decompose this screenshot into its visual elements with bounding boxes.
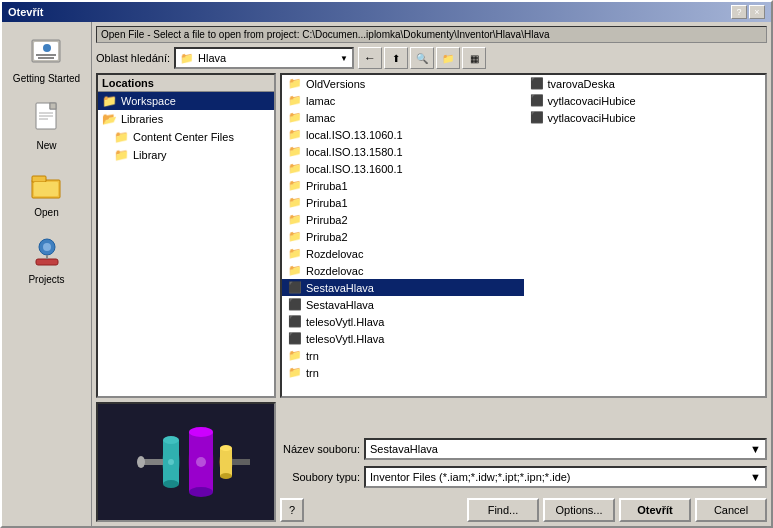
- tree-item-workspace[interactable]: 📁 Workspace: [98, 92, 274, 110]
- up-folder-button[interactable]: ⬆: [384, 47, 408, 69]
- window-title: Otevřít: [8, 6, 43, 18]
- libraries-label: Libraries: [121, 113, 163, 125]
- tree-item-libraries[interactable]: 📂 Libraries: [98, 110, 274, 128]
- close-title-button[interactable]: ×: [749, 5, 765, 19]
- svg-point-15: [43, 243, 51, 251]
- sidebar-item-open[interactable]: Open: [7, 160, 87, 223]
- svg-rect-7: [50, 103, 56, 109]
- projects-label: Projects: [28, 274, 64, 285]
- libraries-folder-icon: 📂: [102, 112, 117, 126]
- help-button[interactable]: ?: [280, 498, 304, 522]
- list-item[interactable]: 📁 trn: [282, 347, 524, 364]
- list-item[interactable]: ⬛ tvarovaDeska: [524, 75, 766, 92]
- list-item[interactable]: 📁 Priruba2: [282, 228, 524, 245]
- filetype-dropdown-arrow: ▼: [750, 471, 761, 483]
- filename-dropdown-arrow: ▼: [750, 443, 761, 455]
- file-name: telesoVytl.Hlava: [306, 333, 384, 345]
- svg-point-22: [189, 487, 213, 497]
- dropdown-arrow-icon: ▼: [340, 54, 348, 63]
- list-item-empty: [524, 330, 766, 347]
- file-name: SestavaHlava: [306, 299, 374, 311]
- title-bar: Otevřít ? ×: [2, 2, 771, 22]
- new-label: New: [36, 140, 56, 151]
- folder-icon: 📁: [288, 179, 302, 192]
- list-item[interactable]: 📁 Rozdelovac: [282, 262, 524, 279]
- list-item[interactable]: 📁 lamac: [282, 92, 524, 109]
- filetype-row: Soubory typu: Inventor Files (*.iam;*.id…: [280, 466, 767, 488]
- list-item[interactable]: 📁 lamac: [282, 109, 524, 126]
- list-item[interactable]: 📁 OldVersions: [282, 75, 524, 92]
- list-item-sestava-selected[interactable]: ⬛ SestavaHlava: [282, 279, 524, 296]
- list-item[interactable]: 📁 local.ISO.13.1060.1: [282, 126, 524, 143]
- list-item[interactable]: 📁 Priruba1: [282, 177, 524, 194]
- list-item[interactable]: 📁 Priruba2: [282, 211, 524, 228]
- svg-point-30: [220, 473, 232, 479]
- sidebar-item-new[interactable]: New: [7, 93, 87, 156]
- svg-point-29: [220, 445, 232, 451]
- new-folder-button[interactable]: 📁: [436, 47, 460, 69]
- list-item[interactable]: 📁 trn: [282, 364, 524, 381]
- list-item-empty: [524, 262, 766, 279]
- workspace-folder-icon: 📁: [102, 94, 117, 108]
- iam-icon-selected: ⬛: [288, 281, 302, 294]
- view-button[interactable]: ▦: [462, 47, 486, 69]
- toolbar-row: Oblast hledání: 📁 Hlava ▼ ← ⬆ 🔍: [96, 47, 767, 69]
- list-item[interactable]: ⬛ vytlacovaciHubice: [524, 109, 766, 126]
- ipt-icon: ⬛: [530, 94, 544, 107]
- svg-point-32: [137, 456, 145, 468]
- svg-rect-28: [220, 448, 232, 476]
- find-button[interactable]: Find...: [467, 498, 539, 522]
- list-item[interactable]: 📁 Priruba1: [282, 194, 524, 211]
- folder-icon: 📁: [288, 94, 302, 107]
- file-list-area: 📁 OldVersions ⬛ tvarovaDeska 📁 lamac: [280, 73, 767, 398]
- options-button[interactable]: Options...: [543, 498, 615, 522]
- main-panel: Open File - Select a file to open from p…: [92, 22, 771, 526]
- list-item-empty: [524, 177, 766, 194]
- svg-point-25: [163, 436, 179, 444]
- content-center-icon: 📁: [114, 130, 129, 144]
- file-name: Priruba1: [306, 197, 348, 209]
- sidebar-item-getting-started[interactable]: Getting Started: [7, 26, 87, 89]
- tree-item-content-center[interactable]: 📁 Content Center Files: [98, 128, 274, 146]
- ipt-icon: ⬛: [288, 315, 302, 328]
- view-icon: ▦: [470, 53, 479, 64]
- location-dropdown[interactable]: 📁 Hlava ▼: [174, 47, 354, 69]
- open-button[interactable]: Otevřít: [619, 498, 691, 522]
- cancel-button[interactable]: Cancel: [695, 498, 767, 522]
- library-label: Library: [133, 149, 167, 161]
- new-icon: [27, 98, 67, 138]
- filename-input[interactable]: SestavaHlava ▼: [364, 438, 767, 460]
- sidebar: Getting Started New: [2, 22, 92, 526]
- list-item[interactable]: ⬛ telesoVytl.Hlava: [282, 313, 524, 330]
- search-button[interactable]: 🔍: [410, 47, 434, 69]
- svg-rect-4: [38, 57, 54, 59]
- file-name: OldVersions: [306, 78, 365, 90]
- path-bar: Open File - Select a file to open from p…: [96, 26, 767, 43]
- file-grid: 📁 OldVersions ⬛ tvarovaDeska 📁 lamac: [280, 73, 767, 398]
- help-title-button[interactable]: ?: [731, 5, 747, 19]
- svg-rect-13: [34, 182, 58, 196]
- list-item[interactable]: ⬛ telesoVytl.Hlava: [282, 330, 524, 347]
- file-name: telesoVytl.Hlava: [306, 316, 384, 328]
- folder-icon: 📁: [288, 128, 302, 141]
- sidebar-item-projects[interactable]: Projects: [7, 227, 87, 290]
- svg-rect-12: [32, 176, 46, 182]
- filetype-input[interactable]: Inventor Files (*.iam;*.idw;*.ipt;*.ipn;…: [364, 466, 767, 488]
- back-button[interactable]: ←: [358, 47, 382, 69]
- svg-rect-33: [232, 459, 250, 465]
- help-icon: ?: [289, 504, 295, 516]
- list-item[interactable]: ⬛ vytlacovaciHubice: [524, 92, 766, 109]
- ipt-icon: ⬛: [288, 332, 302, 345]
- list-item[interactable]: 📁 Rozdelovac: [282, 245, 524, 262]
- list-item-empty: [524, 364, 766, 381]
- file-name: SestavaHlava: [306, 282, 374, 294]
- file-name: trn: [306, 350, 319, 362]
- list-item[interactable]: 📁 local.ISO.13.1580.1: [282, 143, 524, 160]
- file-name: local.ISO.13.1060.1: [306, 129, 403, 141]
- getting-started-label: Getting Started: [13, 73, 80, 84]
- back-icon: ←: [364, 51, 376, 65]
- list-item[interactable]: 📁 local.ISO.13.1600.1: [282, 160, 524, 177]
- preview-box: [96, 402, 276, 522]
- list-item[interactable]: ⬛ SestavaHlava: [282, 296, 524, 313]
- tree-item-library[interactable]: 📁 Library: [98, 146, 274, 164]
